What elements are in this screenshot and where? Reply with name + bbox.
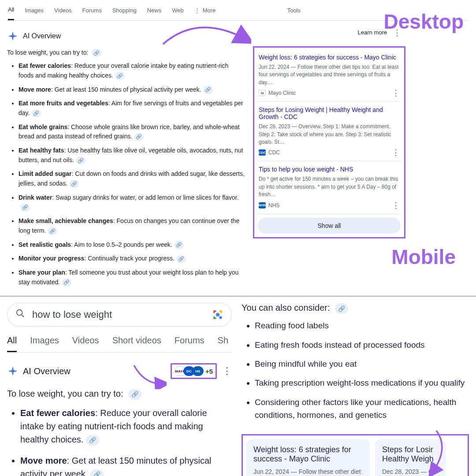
card-snippet: Dec 28, 2023 — Overview. Step 1: Make a … xyxy=(259,123,400,146)
tab-shopping[interactable]: Shopping xyxy=(112,1,137,20)
bullet-bold: Drink water xyxy=(19,194,52,201)
cdc-favicon-icon: CDC xyxy=(259,149,266,156)
card-title: Steps for Losing Weight | Healthy Weight… xyxy=(259,106,400,120)
mayo-favicon-icon: M xyxy=(259,90,266,96)
bullet-bold: Make small, achievable changes xyxy=(19,217,113,224)
card-menu-icon[interactable]: ⋮ xyxy=(392,204,400,207)
card-title: Weight loss: 6 strategies for success - … xyxy=(259,54,400,61)
mtab-cut[interactable]: Sh xyxy=(218,335,228,352)
bullet-bold: Move more xyxy=(20,456,67,465)
mtab-short-videos[interactable]: Short videos xyxy=(112,335,161,352)
svg-point-0 xyxy=(17,310,22,316)
sparkle-icon xyxy=(7,365,19,377)
citation-chip[interactable]: 🔗 xyxy=(203,86,213,94)
card-snippet: Do * get active for 150 minutes a week –… xyxy=(259,175,400,198)
show-all-button[interactable]: Show all xyxy=(258,218,401,234)
svg-rect-3 xyxy=(213,311,215,314)
tab-news[interactable]: News xyxy=(147,1,162,20)
citation-chip[interactable]: 🔗 xyxy=(86,435,99,446)
tab-more[interactable]: ⋮ More xyxy=(194,1,216,20)
svg-point-9 xyxy=(216,313,220,317)
bullet-item: Eat fewer calories: Reduce your overall … xyxy=(20,406,232,446)
citation-chip[interactable]: 🔗 xyxy=(31,109,41,117)
consider-title-text: You can also consider: xyxy=(242,303,330,312)
nhs-favicon-icon: NHS xyxy=(259,202,266,208)
citation-card[interactable]: Tips to help you lose weight - NHS Do * … xyxy=(257,161,402,214)
citation-chip[interactable]: 🔗 xyxy=(115,72,125,80)
bullet-bold: Move more xyxy=(19,86,51,93)
annotation-highlight-box: Weight loss: 6 strategies for success - … xyxy=(253,46,405,238)
consider-heading: You can also consider: 🔗 xyxy=(242,303,469,314)
citation-chip[interactable]: 🔗 xyxy=(62,279,71,286)
mtab-all[interactable]: All xyxy=(7,335,17,352)
bullet-item: Set realistic goals: Aim to lose 0.5–2 p… xyxy=(19,240,245,250)
bullet-item: Eat fewer calories: Reduce your overall … xyxy=(19,61,245,80)
card-title: Weight loss: 6 strategies for success - … xyxy=(253,445,363,464)
card-menu-icon[interactable]: ⋮ xyxy=(392,92,400,94)
bullet-item: Monitor your progress: Continually track… xyxy=(19,254,245,264)
bullet-bold: Set realistic goals xyxy=(19,241,71,248)
citation-chip[interactable]: 🔗 xyxy=(69,180,79,188)
learn-more-link[interactable]: Learn more xyxy=(358,29,387,36)
arrow-annotation-3 xyxy=(423,429,450,476)
bullet-bold: Eat healthy fats xyxy=(19,147,64,154)
bullet-item: Eat more fruits and vegetables: Aim for … xyxy=(19,99,245,118)
overflow-menu-icon[interactable]: ⋮ xyxy=(393,31,401,34)
tab-all[interactable]: All xyxy=(8,0,14,20)
citation-card[interactable]: Steps for Losing Weight | Healthy Weight… xyxy=(257,102,402,161)
bullet-item: Limit added sugar: Cut down on foods and… xyxy=(19,169,245,188)
ai-overview-title: AI Overview xyxy=(23,366,71,376)
mobile-phone-column: All Images Videos Short videos Forums Sh… xyxy=(7,303,232,476)
svg-point-8 xyxy=(219,316,222,320)
tab-images[interactable]: Images xyxy=(25,1,44,20)
citation-chip[interactable]: 🔗 xyxy=(128,389,141,400)
svg-line-1 xyxy=(22,315,24,317)
arrow-annotation-2 xyxy=(131,363,167,389)
mobile-citation-card[interactable]: Weight loss: 6 strategies for success - … xyxy=(246,439,370,476)
mobile-section: All Images Videos Short videos Forums Sh… xyxy=(0,297,476,476)
citation-cluster[interactable]: MAYO DC HS +5 xyxy=(171,363,217,379)
bullet-rest: : Get at least 150 minutes of physical a… xyxy=(51,86,201,93)
citation-chip[interactable]: 🔗 xyxy=(335,303,348,314)
citation-chip[interactable]: 🔗 xyxy=(92,49,101,57)
search-bar[interactable] xyxy=(7,303,232,327)
overview-intro: To lose weight, you can try to: 🔗 xyxy=(7,387,232,400)
card-menu-icon[interactable]: ⋮ xyxy=(392,151,400,154)
bullet-item: Eat healthy fats: Use healthy fats like … xyxy=(19,146,245,165)
card-snippet: Jun 22, 2024 — Follow these other diet t… xyxy=(259,63,400,86)
search-icon xyxy=(15,309,25,321)
src-label: Mayo Clinic xyxy=(268,90,296,96)
card-source: NHSNHS xyxy=(259,202,279,208)
mtab-videos[interactable]: Videos xyxy=(72,335,99,352)
more-dots-icon: ⋮ xyxy=(194,7,200,14)
citation-chip[interactable]: 🔗 xyxy=(20,204,30,212)
tools-button[interactable]: Tools xyxy=(287,1,301,20)
citation-chip[interactable]: 🔗 xyxy=(174,241,184,249)
overflow-menu-icon[interactable]: ⋮ xyxy=(222,365,232,377)
tab-forums[interactable]: Forums xyxy=(82,1,102,20)
citation-chip[interactable]: 🔗 xyxy=(134,133,144,141)
search-input[interactable] xyxy=(32,309,205,320)
citation-chip[interactable]: 🔗 xyxy=(48,227,57,235)
consider-list: Reading food labels Eating fresh foods i… xyxy=(242,319,469,422)
nhs-chip-icon: HS xyxy=(192,366,204,376)
bullet-item: Eat whole grains: Choose whole grains li… xyxy=(19,123,245,141)
consider-item: Eating fresh foods instead of processed … xyxy=(255,338,469,351)
more-label: More xyxy=(203,7,216,14)
mtab-images[interactable]: Images xyxy=(30,335,59,352)
citation-chip[interactable]: 🔗 xyxy=(176,255,186,263)
bullet-bold: Eat more fruits and vegetables xyxy=(19,100,108,107)
mobile-ai-header: AI Overview MAYO DC HS +5 ⋮ xyxy=(7,363,232,379)
tab-web[interactable]: Web xyxy=(172,1,184,20)
card-title: Tips to help you lose weight - NHS xyxy=(259,166,400,173)
tab-videos[interactable]: Videos xyxy=(54,1,72,20)
bullet-item: Make small, achievable changes: Focus on… xyxy=(19,216,245,235)
citation-card[interactable]: Weight loss: 6 strategies for success - … xyxy=(257,49,402,102)
mtab-forums[interactable]: Forums xyxy=(175,335,205,352)
card-source: MMayo Clinic xyxy=(259,90,296,96)
google-lens-icon[interactable] xyxy=(212,309,223,320)
consider-item: Taking prescription weight-loss medicati… xyxy=(255,376,469,389)
citation-chip[interactable]: 🔗 xyxy=(76,156,86,164)
citation-chip[interactable]: 🔗 xyxy=(90,469,104,476)
bullet-item: Drink water: Swap sugary drinks for wate… xyxy=(19,193,245,212)
